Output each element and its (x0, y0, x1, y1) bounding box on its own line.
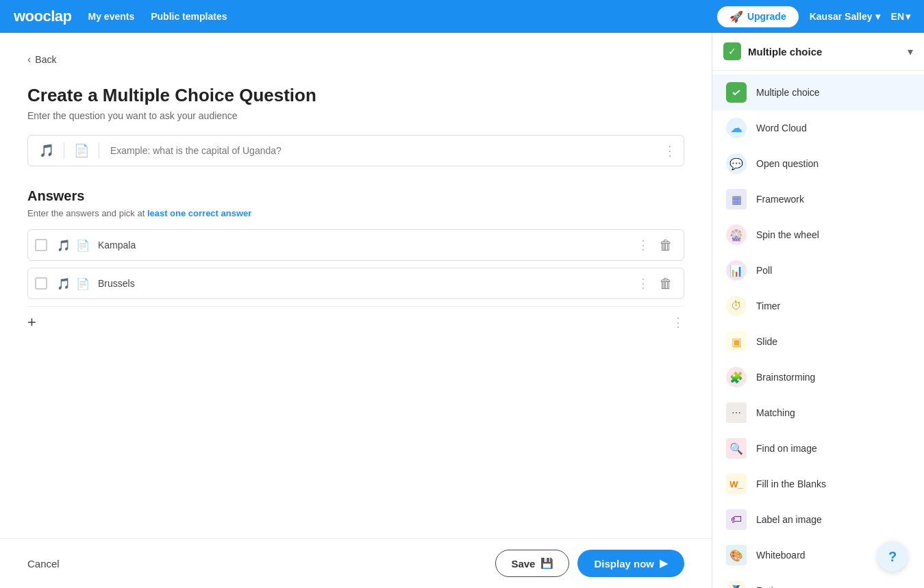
save-label: Save (511, 558, 535, 570)
item-label-multiple-choice: Multiple choice (756, 87, 820, 98)
matching-icon: ⋯ (726, 402, 747, 423)
dropdown-item-word-cloud[interactable]: ☁ Word Cloud (712, 110, 924, 146)
language-menu[interactable]: EN ▾ (891, 11, 910, 22)
dropdown-item-slide[interactable]: ▣ Slide (712, 324, 924, 359)
item-label-slide: Slide (756, 336, 777, 347)
cancel-button[interactable]: Cancel (27, 558, 60, 570)
content-area: ‹ Back Create a Multiple Choice Question… (0, 33, 712, 588)
dropdown-item-matching[interactable]: ⋯ Matching (712, 395, 924, 431)
answer-music-icon-2[interactable]: 🎵 (54, 273, 73, 294)
page-subtitle: Enter the question you want to ask your … (27, 110, 684, 121)
save-button[interactable]: Save 💾 (495, 550, 569, 577)
music-icon-button[interactable]: 🎵 (35, 138, 58, 164)
display-now-button[interactable]: Display now ▶ (577, 550, 684, 577)
answer-image-icon-1[interactable]: 📄 (73, 235, 92, 256)
dropdown-item-poll[interactable]: 📊 Poll (712, 253, 924, 288)
add-answer-button[interactable]: + (27, 314, 36, 331)
back-label: Back (35, 54, 56, 65)
nav-my-events[interactable]: My events (88, 11, 135, 22)
user-menu[interactable]: Kausar Salley ▾ (810, 11, 880, 22)
answer-row: 🎵 📄 ⋮ 🗑 (27, 268, 684, 299)
save-icon: 💾 (540, 557, 553, 570)
whiteboard-icon: 🎨 (726, 545, 747, 565)
item-label-brainstorming: Brainstorming (756, 372, 815, 383)
item-label-whiteboard: Whiteboard (756, 550, 806, 561)
drag-handle-icon: ⋮ (663, 142, 677, 159)
answer-image-icon-2[interactable]: 📄 (73, 273, 92, 294)
poll-icon: 📊 (726, 260, 747, 281)
answer-input-2[interactable] (92, 268, 637, 298)
question-input-wrapper: 🎵 📄 ⋮ (27, 135, 684, 166)
answer-drag-icon-2: ⋮ (637, 276, 649, 291)
dropdown-header-label: Multiple choice (748, 46, 901, 57)
multiple-choice-icon (726, 82, 747, 103)
item-label-label-image: Label an image (756, 514, 822, 525)
upgrade-button[interactable]: 🚀 Upgrade (717, 6, 799, 27)
footer-right: Save 💾 Display now ▶ (495, 550, 684, 577)
nav-public-templates[interactable]: Public templates (151, 11, 227, 22)
question-input[interactable] (105, 136, 663, 166)
word-cloud-icon: ☁ (726, 118, 747, 138)
rocket-icon: 🚀 (729, 10, 743, 23)
upgrade-label: Upgrade (747, 11, 786, 22)
find-on-image-icon: 🔍 (726, 438, 747, 459)
dropdown-item-timer[interactable]: ⏱ Timer (712, 288, 924, 324)
answers-subtitle: Enter the answers and pick at least one … (27, 208, 684, 218)
fill-blanks-icon: W_ (726, 474, 747, 494)
add-answer-row: + ⋮ (27, 306, 684, 338)
multiple-choice-header-icon: ✓ (723, 42, 741, 60)
item-label-spin-wheel: Spin the wheel (756, 229, 819, 240)
divider (99, 142, 99, 159)
item-label-word-cloud: Word Cloud (756, 123, 807, 133)
dropdown-item-find-on-image[interactable]: 🔍 Find on image (712, 431, 924, 466)
delete-answer-2-button[interactable]: 🗑 (655, 272, 677, 296)
dropdown-item-rating[interactable]: 🏅 Rating (712, 573, 924, 588)
dropdown-item-open-question[interactable]: 💬 Open question (712, 146, 924, 181)
item-label-poll: Poll (756, 265, 772, 276)
brainstorming-icon: 🧩 (726, 367, 747, 387)
divider (64, 142, 64, 159)
dropdown-item-spin-wheel[interactable]: 🎡 Spin the wheel (712, 217, 924, 253)
dropdown-item-brainstorming[interactable]: 🧩 Brainstorming (712, 359, 924, 395)
dropdown-item-multiple-choice[interactable]: Multiple choice (712, 75, 924, 110)
answer-music-icon-1[interactable]: 🎵 (54, 235, 73, 256)
content-footer: Cancel Save 💾 Display now ▶ (0, 538, 712, 588)
dropdown-header[interactable]: ✓ Multiple choice ▾ (712, 33, 924, 71)
back-link[interactable]: ‹ Back (27, 53, 684, 66)
user-name: Kausar Salley (810, 11, 873, 22)
play-icon: ▶ (660, 557, 668, 570)
chevron-down-icon: ▾ (906, 11, 910, 22)
open-question-icon: 💬 (726, 153, 747, 174)
item-label-fill-blanks: Fill in the Blanks (756, 478, 826, 489)
timer-icon: ⏱ (726, 296, 747, 316)
dropdown-item-fill-blanks[interactable]: W_ Fill in the Blanks (712, 466, 924, 502)
answer-drag-icon-1: ⋮ (637, 238, 649, 253)
header-right: 🚀 Upgrade Kausar Salley ▾ EN ▾ (717, 6, 910, 27)
answer-checkbox-1[interactable] (35, 239, 47, 251)
dropdown-item-framework[interactable]: ▦ Framework (712, 181, 924, 217)
answers-subtitle-highlight: least one correct answer (147, 208, 251, 218)
answer-checkbox-2[interactable] (35, 277, 47, 290)
label-image-icon: 🏷 (726, 509, 747, 530)
answer-input-1[interactable] (92, 230, 637, 260)
chevron-left-icon: ‹ (27, 53, 31, 66)
right-panel: ✓ Multiple choice ▾ Multiple choice ☁ Wo… (712, 33, 924, 588)
item-label-matching: Matching (756, 407, 795, 418)
item-label-find-on-image: Find on image (756, 443, 817, 454)
display-label: Display now (594, 558, 654, 570)
item-label-framework: Framework (756, 194, 804, 205)
lang-label: EN (891, 11, 904, 22)
header: wooclap My events Public templates 🚀 Upg… (0, 0, 924, 33)
page-title: Create a Multiple Choice Question (27, 85, 684, 106)
add-row-drag-icon: ⋮ (672, 315, 684, 330)
dropdown-item-label-image[interactable]: 🏷 Label an image (712, 502, 924, 537)
framework-icon: ▦ (726, 189, 747, 209)
dropdown-list: Multiple choice ☁ Word Cloud 💬 Open ques… (712, 71, 924, 588)
logo: wooclap (14, 8, 72, 25)
chevron-down-icon: ▾ (875, 11, 880, 22)
image-icon-button[interactable]: 📄 (70, 138, 93, 164)
item-label-open-question: Open question (756, 158, 819, 169)
delete-answer-1-button[interactable]: 🗑 (655, 233, 677, 257)
help-button[interactable]: ? (877, 541, 908, 572)
item-label-timer: Timer (756, 301, 780, 311)
